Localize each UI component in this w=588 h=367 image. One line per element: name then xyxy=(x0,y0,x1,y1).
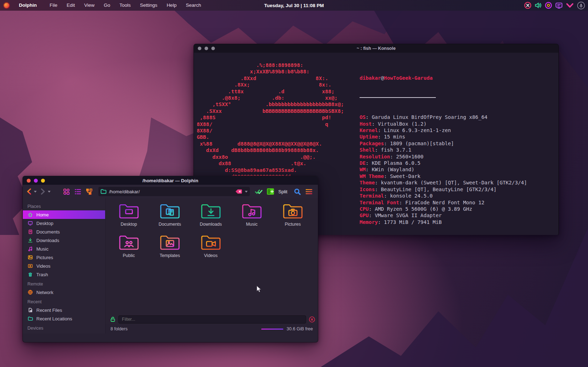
menu-item-help[interactable]: Help xyxy=(162,0,181,11)
menu-item-go[interactable]: Go xyxy=(99,0,115,11)
folder-icon xyxy=(118,233,140,252)
lock-icon[interactable] xyxy=(110,316,115,322)
fetch-line: OS: Garuda Linux BirdOfPrey Soaring x86_… xyxy=(360,114,527,120)
sidebar-header-places: Places xyxy=(23,201,105,210)
location-dropdown-caret-icon[interactable] xyxy=(245,191,248,193)
network-icon xyxy=(27,289,33,295)
download-icon xyxy=(27,237,33,243)
fetch-line: DE: KDE Plasma 6.0.5 xyxy=(360,160,527,166)
back-history-caret-icon[interactable] xyxy=(34,191,37,193)
location-path[interactable]: /home/dibakar/ xyxy=(109,189,233,194)
folder-music[interactable]: Music xyxy=(231,202,272,233)
zoom-slider[interactable] xyxy=(261,329,283,330)
sidebar-item-50-0-gib-internal-drive-sda1-[interactable]: 50.0 GiB Internal Drive (sda1) xyxy=(23,332,105,334)
filter-input[interactable] xyxy=(118,315,306,324)
icons-view-button[interactable] xyxy=(61,187,71,196)
trash-icon xyxy=(27,272,33,277)
folder-downloads[interactable]: Downloads xyxy=(190,202,231,233)
home-icon xyxy=(27,212,33,217)
fetch-line: GPU: VMware SVGA II Adapter xyxy=(360,212,527,219)
list-view-button[interactable] xyxy=(73,187,83,196)
search-button[interactable] xyxy=(294,187,301,196)
fetch-line: Packages: 1809 (pacman)[stable] xyxy=(360,140,527,147)
menubar-app-name[interactable]: Dolphin xyxy=(14,0,41,11)
minimize-button-icon[interactable] xyxy=(34,179,38,183)
folder-icon xyxy=(282,202,304,221)
display-icon[interactable] xyxy=(555,2,563,9)
folder-public[interactable]: Public xyxy=(108,233,149,264)
folder-icon xyxy=(118,202,140,221)
volume-icon[interactable] xyxy=(535,2,542,9)
close-button-icon[interactable] xyxy=(27,179,31,183)
window-button-icon[interactable] xyxy=(205,47,208,50)
dolphin-titlebar[interactable]: /home/dibakar — Dolphin xyxy=(23,176,318,185)
folder-icon xyxy=(27,316,33,321)
window-button-icon[interactable] xyxy=(198,47,201,50)
forward-button[interactable] xyxy=(40,187,46,196)
videos-icon xyxy=(27,263,33,269)
fetch-line: Uptime: 15 mins xyxy=(360,133,527,140)
sidebar-item-documents[interactable]: Documents xyxy=(23,227,105,236)
fastfetch-output: dibakar@HowToGeek-Garuda OS: Garuda Linu… xyxy=(360,62,527,235)
split-label[interactable]: Split xyxy=(278,189,287,194)
sidebar-item-pictures[interactable]: Pictures xyxy=(23,253,105,262)
places-panel: PlacesHomeDesktopDocumentsDownloadsMusic… xyxy=(23,198,105,334)
select-mode-button[interactable] xyxy=(255,187,263,196)
folder-view[interactable]: DesktopDocumentsDownloadsMusicPicturesPu… xyxy=(105,198,318,334)
fetch-line: WM Theme: Sweet-Dark xyxy=(360,173,527,179)
desktop-icon xyxy=(27,220,33,226)
menu-item-settings[interactable]: Settings xyxy=(135,0,162,11)
split-view-button[interactable] xyxy=(266,187,275,196)
mic-circle-icon[interactable] xyxy=(577,1,585,10)
folder-videos[interactable]: Videos xyxy=(190,233,231,264)
clear-location-icon[interactable] xyxy=(235,189,242,194)
fetch-line: Kernel: Linux 6.9.3-zen1-1-zen xyxy=(360,127,527,133)
close-filter-icon[interactable] xyxy=(309,316,315,323)
sidebar-item-trash[interactable]: Trash xyxy=(23,270,105,279)
folder-pictures[interactable]: Pictures xyxy=(272,202,313,233)
mouse-cursor xyxy=(256,285,262,295)
notification-close-icon[interactable] xyxy=(524,2,531,9)
sidebar-item-network[interactable]: Network xyxy=(23,288,105,297)
details-view-button[interactable] xyxy=(84,187,94,196)
fetch-line: CPU: AMD Ryzen 5 5600G (6) @ 3.89 GHz xyxy=(360,206,527,212)
back-button[interactable] xyxy=(26,187,32,196)
menu-item-view[interactable]: View xyxy=(79,0,99,11)
folder-documents[interactable]: Documents xyxy=(149,202,190,233)
sidebar-item-videos[interactable]: Videos xyxy=(23,262,105,270)
hamburger-menu-button[interactable] xyxy=(305,187,313,196)
maximize-button-icon[interactable] xyxy=(41,179,45,183)
folder-templates[interactable]: Templates xyxy=(149,233,190,264)
sidebar-item-recent-files[interactable]: Recent Files xyxy=(23,306,105,314)
status-free-space: 30.6 GiB free xyxy=(287,326,313,331)
menu-item-edit[interactable]: Edit xyxy=(62,0,79,11)
sidebar-item-recent-locations[interactable]: Recent Locations xyxy=(23,314,105,323)
fetch-line: Terminal Font: FiraCode Nerd Font Mono 1… xyxy=(360,199,527,206)
filter-bar xyxy=(110,315,315,324)
location-bar[interactable]: /home/dibakar/ xyxy=(98,187,250,196)
status-bar: 8 folders 30.6 GiB free xyxy=(105,324,318,334)
window-button-icon[interactable] xyxy=(211,47,215,50)
menu-item-tools[interactable]: Tools xyxy=(115,0,135,11)
dolphin-toolbar: /home/dibakar/ Split xyxy=(23,185,318,198)
sidebar-item-desktop[interactable]: Desktop xyxy=(23,219,105,227)
pictures-icon xyxy=(27,255,33,260)
garuda-logo-icon[interactable] xyxy=(3,2,10,9)
dolphin-title: /home/dibakar — Dolphin xyxy=(23,178,318,183)
sidebar-item-music[interactable]: Music xyxy=(23,245,105,253)
menu-item-search[interactable]: Search xyxy=(181,0,206,11)
menu-item-file[interactable]: File xyxy=(45,0,62,11)
konsole-titlebar[interactable]: ~ : fish — Konsole xyxy=(194,44,558,53)
folder-icon xyxy=(200,233,222,252)
chevron-down-icon[interactable] xyxy=(566,3,574,8)
folder-desktop[interactable]: Desktop xyxy=(108,202,149,233)
folder-icon xyxy=(200,202,222,221)
fetch-line: WM: KWin (Wayland) xyxy=(360,166,527,173)
fetch-line: Shell: fish 3.7.1 xyxy=(360,147,527,153)
disc-icon[interactable] xyxy=(545,2,552,9)
sidebar-item-downloads[interactable]: Downloads xyxy=(23,236,105,245)
forward-history-caret-icon[interactable] xyxy=(48,191,51,193)
dolphin-window: /home/dibakar — Dolphin /hom xyxy=(22,176,318,342)
sidebar-item-home[interactable]: Home xyxy=(23,210,105,219)
desktop: Dolphin FileEditViewGoToolsSettingsHelpS… xyxy=(0,0,588,367)
